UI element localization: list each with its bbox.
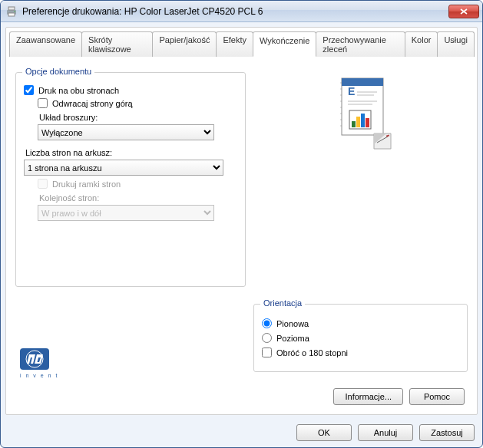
hp-tagline: i n v e n t — [20, 373, 58, 378]
tab-advanced[interactable]: Zaawansowane — [9, 31, 82, 57]
page-order-label: Kolejność stron: — [39, 193, 237, 203]
tab-body-finishing: Opcje dokumentu Druk na obu stronach Odw… — [9, 57, 474, 410]
svg-text:E: E — [348, 85, 355, 97]
window-title: Preferencje drukowania: HP Color LaserJe… — [22, 6, 448, 17]
orientation-portrait-label: Pionowa — [276, 319, 309, 328]
tab-services[interactable]: Usługi — [437, 31, 475, 57]
booklet-layout-select[interactable]: Wyłączone — [38, 124, 214, 140]
orientation-portrait-input[interactable] — [262, 318, 272, 328]
svg-rect-22 — [361, 114, 365, 127]
print-page-borders-input — [38, 179, 48, 189]
orientation-landscape-radio[interactable]: Pozioma — [262, 333, 459, 343]
print-both-sides-label: Druk na obu stronach — [38, 86, 119, 95]
orientation-portrait-radio[interactable]: Pionowa — [262, 318, 459, 328]
client-area: Zaawansowane Skróty klawiszowe Papier/ja… — [5, 27, 478, 415]
svg-rect-1 — [8, 7, 15, 10]
svg-point-3 — [14, 11, 15, 12]
print-page-borders-checkbox: Drukuj ramki stron — [38, 179, 237, 189]
cancel-button[interactable]: Anuluj — [358, 424, 413, 441]
booklet-layout-label: Układ broszury: — [39, 113, 237, 122]
help-button[interactable]: Pomoc — [409, 388, 465, 405]
document-options-group: Opcje dokumentu Druk na obu stronach Odw… — [15, 72, 246, 287]
rotate-180-input[interactable] — [262, 348, 272, 357]
printer-icon — [5, 5, 18, 18]
orientation-legend: Orientacja — [260, 298, 305, 308]
tab-paper-quality[interactable]: Papier/jakość — [152, 31, 217, 57]
svg-rect-27 — [20, 348, 49, 370]
dialog-button-row: OK Anuluj Zastosuj — [1, 420, 482, 447]
tab-job-storage[interactable]: Przechowywanie zleceń — [316, 31, 405, 57]
tab-finishing[interactable]: Wykończenie — [253, 31, 316, 57]
svg-rect-20 — [352, 121, 356, 127]
titlebar: Preferencje drukowania: HP Color LaserJe… — [1, 1, 482, 22]
pages-per-sheet-label: Liczba stron na arkusz: — [25, 148, 237, 157]
page-preview-image: E — [326, 74, 395, 150]
orientation-group: Orientacja Pionowa Pozioma Obróć o 180 s… — [253, 304, 468, 372]
inner-button-row: Informacje... Pomoc — [333, 388, 465, 405]
print-preferences-window: Preferencje drukowania: HP Color LaserJe… — [0, 0, 483, 448]
ok-button[interactable]: OK — [296, 424, 352, 441]
tab-strip: Zaawansowane Skróty klawiszowe Papier/ja… — [9, 31, 474, 57]
tab-color[interactable]: Kolor — [405, 31, 438, 57]
flip-pages-up-checkbox[interactable]: Odwracaj strony górą — [38, 98, 237, 108]
tab-effects[interactable]: Efekty — [216, 31, 253, 57]
flip-pages-up-input[interactable] — [38, 98, 48, 108]
hp-logo: i n v e n t — [20, 348, 58, 380]
rotate-180-checkbox[interactable]: Obróć o 180 stopni — [262, 348, 459, 357]
apply-button[interactable]: Zastosuj — [419, 424, 475, 441]
orientation-landscape-label: Pozioma — [276, 334, 309, 343]
rotate-180-label: Obróć o 180 stopni — [276, 348, 348, 357]
close-button[interactable] — [448, 5, 479, 18]
right-column: E Orientacja — [253, 66, 468, 407]
svg-rect-2 — [8, 13, 15, 16]
tab-shortcuts[interactable]: Skróty klawiszowe — [81, 31, 153, 57]
page-order-select: W prawo i w dół — [38, 205, 214, 221]
svg-rect-23 — [366, 118, 369, 127]
svg-rect-21 — [356, 117, 360, 127]
orientation-landscape-input[interactable] — [262, 333, 272, 343]
print-page-borders-label: Drukuj ramki stron — [52, 180, 121, 189]
about-button[interactable]: Informacje... — [333, 388, 403, 405]
print-both-sides-input[interactable] — [24, 85, 34, 95]
document-options-legend: Opcje dokumentu — [22, 67, 94, 76]
pages-per-sheet-select[interactable]: 1 strona na arkuszu — [24, 160, 223, 176]
print-both-sides-checkbox[interactable]: Druk na obu stronach — [24, 85, 237, 95]
flip-pages-up-label: Odwracaj strony górą — [52, 99, 133, 108]
close-icon — [460, 8, 468, 15]
hp-logo-icon: i n v e n t — [20, 348, 58, 379]
